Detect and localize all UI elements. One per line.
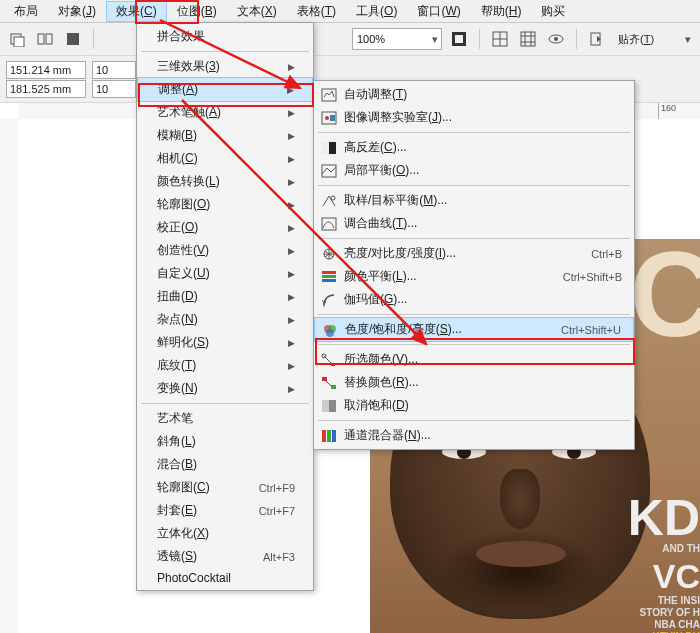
grid2-icon[interactable] <box>517 28 539 50</box>
submenu-item[interactable]: 取样/目标平衡(M)... <box>314 189 634 212</box>
item-icon <box>320 398 338 414</box>
svg-rect-23 <box>322 142 329 154</box>
submenu-item[interactable]: 调合曲线(T)... <box>314 212 634 235</box>
menu-item[interactable]: 鲜明化(S)▶ <box>137 331 313 354</box>
submenu-item[interactable]: 所选颜色(V)... <box>314 348 634 371</box>
menu-buy[interactable]: 购买 <box>531 1 575 22</box>
submenu-item[interactable]: 自动调整(T) <box>314 83 634 106</box>
submenu-item[interactable]: 色度/饱和度/亮度(S)...Ctrl+Shift+U <box>314 317 634 342</box>
item-icon <box>320 193 338 209</box>
snap-dropdown[interactable]: 贴齐(T) <box>614 29 694 49</box>
menu-item[interactable]: 透镜(S)Alt+F3 <box>137 545 313 568</box>
menu-item[interactable]: PhotoCocktail <box>137 568 313 588</box>
h-input[interactable]: 10 <box>92 80 136 98</box>
menu-item[interactable]: 斜角(L) <box>137 430 313 453</box>
svg-rect-3 <box>46 34 52 44</box>
x-input[interactable]: 151.214 mm <box>6 61 86 79</box>
submenu-item[interactable]: 颜色平衡(L)...Ctrl+Shift+B <box>314 265 634 288</box>
menu-item[interactable]: 校正(O)▶ <box>137 216 313 239</box>
menubar: 布局 对象(J) 效果(C) 位图(B) 文本(X) 表格(T) 工具(O) 窗… <box>0 0 700 23</box>
submenu-item[interactable]: γ伽玛值(G)... <box>314 288 634 311</box>
svg-rect-40 <box>322 400 329 412</box>
submenu-item[interactable]: 取消饱和(D) <box>314 394 634 417</box>
submenu-sep <box>318 314 630 315</box>
mag-kd: KD <box>628 489 700 547</box>
menu-item[interactable]: 混合(B) <box>137 453 313 476</box>
coord-box: 151.214 mm 181.525 mm <box>6 61 86 98</box>
submenu-item[interactable]: 局部平衡(O)... <box>314 159 634 182</box>
svg-point-34 <box>326 329 334 337</box>
menu-item[interactable]: 扭曲(D)▶ <box>137 285 313 308</box>
svg-text:γ: γ <box>322 297 327 307</box>
submenu-sep <box>318 132 630 133</box>
svg-rect-1 <box>14 37 24 47</box>
menu-item[interactable]: 颜色转换(L)▶ <box>137 170 313 193</box>
menu-layout[interactable]: 布局 <box>4 1 48 22</box>
menu-item[interactable]: 变换(N)▶ <box>137 377 313 400</box>
ruler-vertical <box>0 119 19 633</box>
tool-btn-1[interactable] <box>6 28 28 50</box>
svg-rect-42 <box>327 430 331 442</box>
menu-item[interactable]: 轮廓图(O)▶ <box>137 193 313 216</box>
menu-item[interactable]: 拼合效果 <box>137 25 313 48</box>
item-icon <box>320 140 338 156</box>
svg-rect-29 <box>322 275 336 278</box>
menu-item[interactable]: 杂点(N)▶ <box>137 308 313 331</box>
submenu-item[interactable]: 替换颜色(R)... <box>314 371 634 394</box>
item-icon <box>320 110 338 126</box>
y-input[interactable]: 181.525 mm <box>6 80 86 98</box>
menu-text[interactable]: 文本(X) <box>227 1 287 22</box>
svg-rect-10 <box>521 32 535 46</box>
export-icon[interactable] <box>586 28 608 50</box>
item-icon <box>320 163 338 179</box>
svg-rect-4 <box>67 33 79 45</box>
menu-bitmap[interactable]: 位图(B) <box>167 1 227 22</box>
item-icon <box>320 428 338 444</box>
menu-window[interactable]: 窗口(W) <box>407 1 470 22</box>
menu-effects[interactable]: 效果(C) <box>106 1 167 22</box>
menu-item[interactable]: 立体化(X) <box>137 522 313 545</box>
svg-rect-41 <box>322 430 326 442</box>
submenu-item[interactable]: 高反差(C)... <box>314 136 634 159</box>
menu-item[interactable]: 创造性(V)▶ <box>137 239 313 262</box>
tool-btn-3[interactable] <box>62 28 84 50</box>
submenu-item[interactable]: 亮度/对比度/强度(I)...Ctrl+B <box>314 242 634 265</box>
fullscreen-icon[interactable] <box>448 28 470 50</box>
item-icon <box>320 216 338 232</box>
submenu-sep <box>318 185 630 186</box>
w-input[interactable]: 10 <box>92 61 136 79</box>
item-icon <box>320 87 338 103</box>
svg-rect-26 <box>322 218 336 230</box>
menu-item[interactable]: 艺术笔触(A)▶ <box>137 101 313 124</box>
submenu-item[interactable]: 图像调整实验室(J)... <box>314 106 634 129</box>
ruler-tick: 160 <box>658 103 676 119</box>
item-icon <box>320 246 338 262</box>
svg-rect-37 <box>322 377 327 381</box>
menu-item[interactable]: 底纹(T)▶ <box>137 354 313 377</box>
menu-object[interactable]: 对象(J) <box>48 1 106 22</box>
tool-btn-2[interactable] <box>34 28 56 50</box>
menu-item[interactable]: 相机(C)▶ <box>137 147 313 170</box>
menu-table[interactable]: 表格(T) <box>287 1 346 22</box>
menu-item[interactable]: 封套(E)Ctrl+F7 <box>137 499 313 522</box>
menu-item[interactable]: 艺术笔 <box>137 407 313 430</box>
menu-item[interactable]: 自定义(U)▶ <box>137 262 313 285</box>
svg-rect-38 <box>331 385 336 389</box>
grid-icon[interactable] <box>489 28 511 50</box>
item-icon <box>321 322 339 338</box>
menu-help[interactable]: 帮助(H) <box>471 1 532 22</box>
menu-item[interactable]: 三维效果(3)▶ <box>137 55 313 78</box>
zoom-select[interactable]: 100% <box>352 28 442 50</box>
item-icon <box>320 375 338 391</box>
menu-item[interactable]: 模糊(B)▶ <box>137 124 313 147</box>
svg-rect-6 <box>455 35 463 43</box>
menu-item[interactable]: 调整(A)▶ <box>137 77 313 102</box>
submenu-item[interactable]: 通道混合器(N)... <box>314 424 634 447</box>
submenu-sep <box>318 238 630 239</box>
menu-tools[interactable]: 工具(O) <box>346 1 407 22</box>
svg-point-25 <box>331 196 335 200</box>
effects-menu: 拼合效果三维效果(3)▶调整(A)▶艺术笔触(A)▶模糊(B)▶相机(C)▶颜色… <box>136 22 314 591</box>
svg-rect-30 <box>322 279 336 282</box>
menu-item[interactable]: 轮廓图(C)Ctrl+F9 <box>137 476 313 499</box>
eye-icon[interactable] <box>545 28 567 50</box>
